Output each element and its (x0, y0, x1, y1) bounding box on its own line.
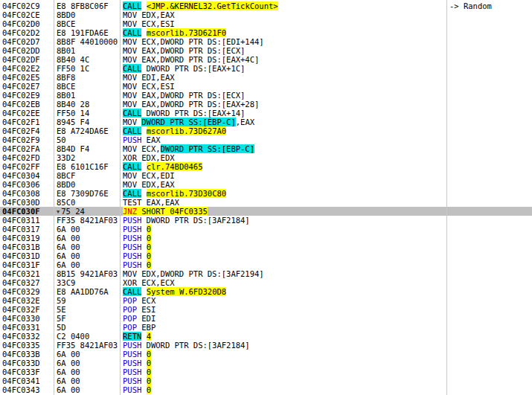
code-segment: MOV ECX,EDI (123, 171, 175, 180)
code-segment: PUSH (123, 135, 141, 144)
disasm-cell: PUSH 0 (121, 234, 447, 243)
code-segment: MOV EDX,EAX (123, 10, 175, 19)
address-cell: 04FC033D (0, 359, 54, 367)
disasm-row[interactable]: 04FC032F5EPOP ESI (0, 305, 532, 314)
address-cell: 04FC02EB (0, 100, 54, 109)
code-segment (141, 332, 146, 341)
disasm-cell: PUSH 0 (121, 376, 447, 385)
disasm-row[interactable]: 04FC02FD33D2XOR EDX,EDX (0, 153, 532, 162)
address-cell: 04FC02E7 (0, 82, 54, 91)
disasm-row[interactable]: 04FC03315DPOP EBP (0, 323, 532, 332)
address-cell: 04FC0304 (0, 171, 54, 180)
code-segment: mscorlib.73D627A0 (147, 126, 226, 135)
comment-cell (447, 207, 532, 216)
bytes-cell: 8B40 28 (54, 100, 121, 109)
code-segment: MOV ECX,DWORD PTR DS:[EDI+144] (123, 37, 264, 46)
disasm-row[interactable]: 04FC02DF8B40 4CMOV EAX,DWORD PTR DS:[EAX… (0, 55, 532, 64)
disasm-row[interactable]: 04FC0332C2 0400RETN 4 (0, 332, 532, 341)
disasm-row[interactable]: 04FC02F4E8 A724DA6ECALL mscorlib.73D627A… (0, 126, 532, 135)
disasm-row[interactable]: 04FC03196A 00PUSH 0 (0, 234, 532, 243)
disasm-row[interactable]: 04FC0329E8 AA1DD76ACALL System_W.6FD320D… (0, 287, 532, 296)
code-segment: 0 (147, 385, 151, 394)
disasm-cell: XOR ECX,ECX (121, 278, 447, 287)
disasm-row[interactable]: 04FC033F6A 00PUSH 0 (0, 367, 532, 376)
bytes-cell: 8B4D F4 (54, 144, 121, 153)
disasm-cell: POP EDI (121, 314, 447, 323)
comment-cell (447, 314, 532, 323)
bytes-cell: 6A 00 (54, 350, 121, 359)
disasm-row[interactable]: 04FC02E2FF50 1CCALL DWORD PTR DS:[EAX+1C… (0, 64, 532, 73)
disasm-row[interactable]: 04FC02E98B01MOV EAX,DWORD PTR DS:[ECX] (0, 91, 532, 100)
disasm-row[interactable]: 04FC033B6A 00PUSH 0 (0, 350, 532, 359)
disasm-row[interactable]: 04FC02C9E8 8FB8C06FCALL <JMP.&KERNEL32.G… (0, 1, 532, 10)
disasm-cell: PUSH 0 (121, 350, 447, 359)
disasm-row[interactable]: 04FC02E58BF8MOV EDI,EAX (0, 73, 532, 82)
disasm-row[interactable]: 04FC030D85C0TEST EAX,EAX (0, 198, 532, 207)
bytes-cell: 8B01 (54, 91, 121, 100)
disasm-row[interactable]: 04FC02F18945 F4MOV DWORD PTR SS:[EBP-C],… (0, 118, 532, 126)
disasm-row[interactable]: 04FC02D78B8F 44010000MOV ECX,DWORD PTR D… (0, 37, 532, 46)
bytes-cell: E8 191FDA6E (54, 28, 121, 37)
disasm-row[interactable]: 04FC032733C9XOR ECX,ECX (0, 278, 532, 287)
address-cell: 04FC0331 (0, 323, 54, 332)
disasm-row[interactable]: 04FC030F▼75 24JNZ SHORT 04FC0335 (0, 207, 532, 216)
disasm-row[interactable]: 04FC031B6A 00PUSH 0 (0, 243, 532, 251)
code-segment: EAX (141, 135, 160, 144)
disasm-row[interactable]: 04FC02FA8B4D F4MOV ECX,DWORD PTR SS:[EBP… (0, 144, 532, 153)
disasm-row[interactable]: 04FC032E59POP ECX (0, 296, 532, 305)
disasm-row[interactable]: 04FC0335FF35 8421AF03PUSH DWORD PTR DS:[… (0, 341, 532, 350)
disasm-row[interactable]: 04FC0308E8 7309D76ECALL mscorlib.73D30C8… (0, 189, 532, 198)
address-cell: 04FC02F4 (0, 126, 54, 135)
disasm-row[interactable]: 04FC02FFE8 6101C16FCALL clr.74BD0465 (0, 162, 532, 171)
disasm-row[interactable]: 04FC0311FF35 8421AF03PUSH DWORD PTR DS:[… (0, 216, 532, 225)
code-segment: TEST EAX,EAX (123, 198, 179, 207)
code-segment: MOV EDX,EAX (123, 180, 175, 189)
disasm-row[interactable]: 04FC031F6A 00PUSH 0 (0, 260, 532, 269)
code-segment: XOR EDX,EDX (123, 153, 175, 162)
disasm-rows: 04FC02C9E8 8FB8C06FCALL <JMP.&KERNEL32.G… (0, 1, 532, 394)
disasm-row[interactable]: 04FC03218B15 9421AF03MOV EDX,DWORD PTR D… (0, 269, 532, 278)
comment-cell: -> Random (447, 1, 532, 10)
comment-cell (447, 135, 532, 144)
disasm-row[interactable]: 04FC02CE8BD0MOV EDX,EAX (0, 10, 532, 19)
address-cell: 04FC0329 (0, 287, 54, 296)
disasm-row[interactable]: 04FC03048BCFMOV ECX,EDI (0, 171, 532, 180)
bytes-cell: 8B15 9421AF03 (54, 269, 121, 278)
address-cell: 04FC02F1 (0, 118, 54, 126)
code-segment (141, 126, 146, 135)
comment-cell (447, 296, 532, 305)
disasm-row[interactable]: 04FC02EB8B40 28MOV EAX,DWORD PTR DS:[EAX… (0, 100, 532, 109)
bytes-cell: 6A 00 (54, 385, 121, 394)
disasm-cell: POP ECX (121, 296, 447, 305)
bytes-cell: C2 0400 (54, 332, 121, 341)
disasm-row[interactable]: 04FC03416A 00PUSH 0 (0, 376, 532, 385)
disasm-row[interactable]: 04FC02F950PUSH EAX (0, 135, 532, 144)
comment-cell (447, 91, 532, 100)
code-segment: PUSH (123, 367, 141, 376)
comment-cell (447, 376, 532, 385)
disasm-row[interactable]: 04FC02D08BCEMOV ECX,ESI (0, 19, 532, 28)
address-cell: 04FC0321 (0, 269, 54, 278)
disasm-row[interactable]: 04FC031D6A 00PUSH 0 (0, 251, 532, 260)
comment-cell (447, 46, 532, 55)
disasm-row[interactable]: 04FC03305FPOP EDI (0, 314, 532, 323)
code-segment: MOV EAX,DWORD PTR DS:[EAX+28] (123, 100, 259, 109)
disasm-cell: XOR EDX,EDX (121, 153, 447, 162)
disasm-row[interactable]: 04FC03436A 00PUSH 0 (0, 385, 532, 394)
bytes-cell: 59 (54, 296, 121, 305)
disasm-row[interactable]: 04FC02E78BCEMOV ECX,ESI (0, 82, 532, 91)
disasm-row[interactable]: 04FC02DD8B01MOV EAX,DWORD PTR DS:[ECX] (0, 46, 532, 55)
comment-cell (447, 126, 532, 135)
disasm-row[interactable]: 04FC02D2E8 191FDA6ECALL mscorlib.73D621F… (0, 28, 532, 37)
bytes-cell: 8B40 4C (54, 55, 121, 64)
code-segment: ,EAX (236, 118, 254, 126)
code-segment: DWORD PTR DS:[3AF2184] (141, 341, 249, 350)
code-segment: 0 (147, 251, 151, 260)
disasm-row[interactable]: 04FC03176A 00PUSH 0 (0, 225, 532, 234)
code-segment (141, 367, 146, 376)
disasm-row[interactable]: 04FC02EEFF50 14CALL DWORD PTR DS:[EAX+14… (0, 109, 532, 118)
disasm-row[interactable]: 04FC033D6A 00PUSH 0 (0, 359, 532, 367)
disasm-cell: MOV ECX,DWORD PTR SS:[EBP-C] (121, 144, 447, 153)
disasm-row[interactable]: 04FC03068BD0MOV EDX,EAX (0, 180, 532, 189)
comment-cell (447, 171, 532, 180)
